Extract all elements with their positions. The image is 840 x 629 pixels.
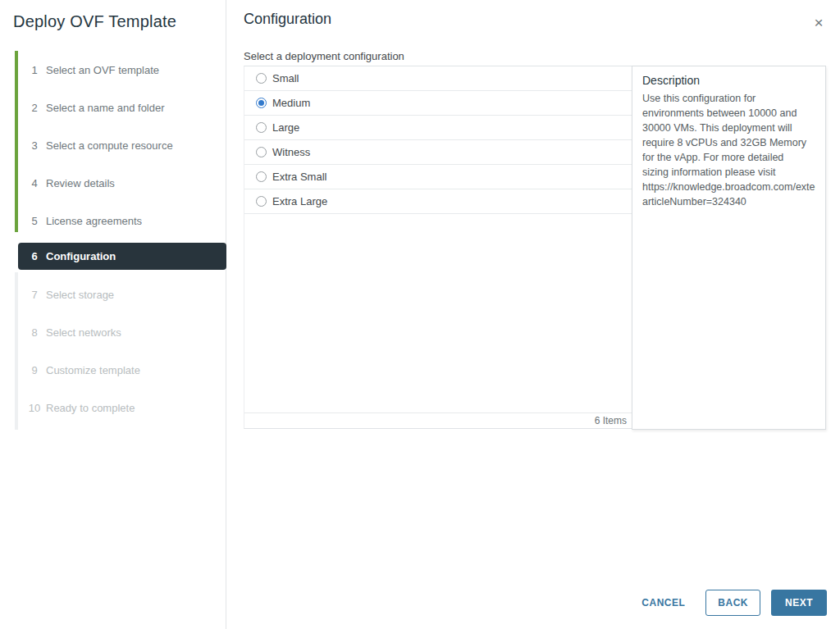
step-label: Select a compute resource [46,139,173,152]
sidebar-step-ready-to-complete: 10 Ready to complete [28,401,135,414]
step-number: 4 [28,177,41,189]
step-number: 5 [28,215,41,227]
description-panel: Description Use this configuration for e… [632,66,826,430]
option-label: Extra Large [272,195,327,207]
description-line: require 8 vCPUs and 32GB Memory [642,135,815,150]
radio-witness[interactable] [256,147,267,157]
option-row-small[interactable]: Small [244,66,632,91]
back-button[interactable]: BACK [705,590,760,616]
option-label: Extra Small [272,171,326,183]
step-label: Ready to complete [46,402,135,414]
wizard-sidebar: Deploy OVF Template 1 Select an OVF temp… [0,0,226,629]
step-label: Select networks [46,326,121,339]
option-row-extra-large[interactable]: Extra Large [244,189,632,214]
option-row-extra-small[interactable]: Extra Small [244,165,632,189]
sidebar-step-select-ovf-template: 1 Select an OVF template [28,63,159,76]
progress-bar-completed [15,51,18,232]
progress-bar-remaining [15,272,18,430]
description-line: 30000 VMs. This deployment will [642,121,815,135]
radio-extra-large[interactable] [256,196,267,207]
description-line: for the vApp. For more detailed [642,150,815,165]
step-label: Review details [46,177,115,189]
sidebar-step-select-storage: 7 Select storage [28,288,114,301]
step-number: 10 [28,402,41,414]
sidebar-step-configuration-active: 6 Configuration [18,243,226,270]
step-number: 6 [28,250,41,262]
configuration-options-grid: Small Medium Large Witness Extra Small E… [244,66,632,429]
option-row-medium[interactable]: Medium [244,91,632,116]
step-label: Select storage [46,289,114,301]
sidebar-step-review-details: 4 Review details [28,176,115,189]
cancel-button[interactable]: CANCEL [641,597,685,608]
next-button[interactable]: NEXT [771,590,827,616]
option-label: Witness [272,146,310,158]
description-title: Description [642,74,815,87]
description-line: sizing information please visit [642,165,815,180]
close-icon[interactable]: × [809,13,829,33]
step-label: License agreements [46,215,142,227]
step-number: 9 [28,364,41,376]
sidebar-step-select-compute-resource: 3 Select a compute resource [28,139,173,152]
radio-large[interactable] [256,122,267,133]
sidebar-step-license-agreements: 5 License agreements [28,214,142,227]
step-number: 2 [28,102,41,114]
step-label: Customize template [46,364,140,376]
deployment-configuration-label: Select a deployment configuration [244,50,404,62]
description-line: Use this configuration for [642,91,815,106]
wizard-footer: CANCEL BACK NEXT [641,590,827,616]
step-label: Select a name and folder [46,102,165,114]
step-number: 7 [28,289,41,301]
radio-extra-small[interactable] [256,171,267,182]
step-number: 1 [28,64,41,76]
option-label: Small [272,72,299,84]
step-label: Configuration [46,250,116,262]
option-row-witness[interactable]: Witness [244,140,632,165]
sidebar-step-customize-template: 9 Customize template [28,363,140,376]
step-number: 8 [28,326,41,339]
option-row-large[interactable]: Large [244,116,632,140]
grid-items-count: 6 Items [244,412,632,428]
step-label: Select an OVF template [46,64,159,76]
radio-small[interactable] [256,73,267,84]
wizard-title: Deploy OVF Template [13,12,176,31]
step-number: 3 [28,139,41,152]
radio-medium-selected[interactable] [256,98,267,108]
page-title: Configuration [244,11,331,28]
sidebar-step-select-networks: 8 Select networks [28,326,121,339]
description-url-line: https://knowledge.broadcom.com/extern [642,180,815,194]
description-line: articleNumber=324340 [642,194,815,209]
option-label: Large [272,121,299,134]
option-label: Medium [272,97,310,109]
sidebar-step-select-name-folder: 2 Select a name and folder [28,101,165,114]
description-line: environments between 10000 and [642,106,815,121]
